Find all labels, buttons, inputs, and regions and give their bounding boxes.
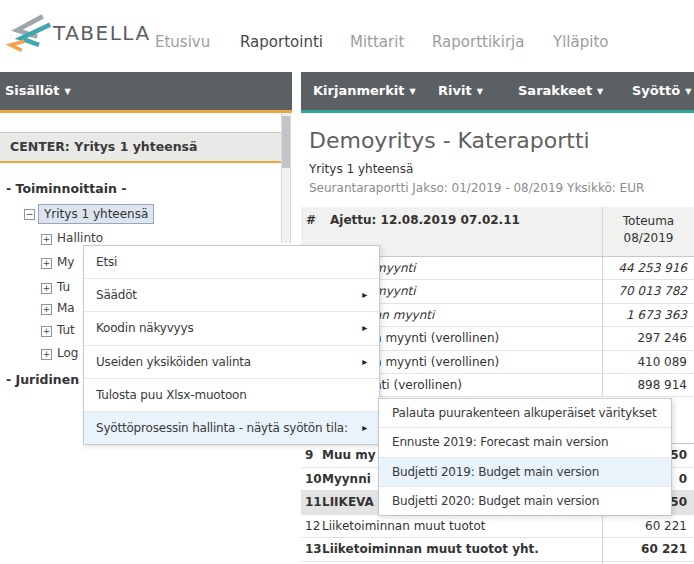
report-toolbar: Kirjanmerkit▼ Rivit▼ Sarakkeet▼ Syöttö▼	[301, 72, 694, 110]
chevron-down-icon: ▼	[597, 87, 603, 96]
table-row[interactable]: 12 Liiketoiminnan muut tuotot 60 221	[301, 515, 694, 539]
expand-icon[interactable]: +	[41, 326, 52, 337]
expand-icon[interactable]: +	[41, 234, 52, 245]
sarakkeet-dropdown[interactable]: Sarakkeet▼	[518, 72, 603, 110]
kirjanmerkit-dropdown[interactable]: Kirjanmerkit▼	[313, 72, 416, 110]
tabella-app: TABELLA Etusivu Raportointi Mittarit Rap…	[0, 0, 694, 564]
menu-item-useiden-yksikoiden-valinta[interactable]: Useiden yksiköiden valinta ▸	[84, 345, 379, 378]
submenu-item-ennuste-2019[interactable]: Ennuste 2019: Forecast main version	[379, 427, 671, 456]
sisallot-dropdown[interactable]: Sisällöt▼	[5, 72, 71, 110]
chevron-down-icon: ▼	[410, 87, 416, 96]
tree-group-toiminnoittain[interactable]: - Toiminnoittain -	[6, 181, 126, 196]
center-selection-row[interactable]: CENTER: Yritys 1 yhteensä	[0, 132, 281, 163]
syotto-dropdown[interactable]: Syöttö▼	[632, 72, 691, 110]
chevron-down-icon: ▼	[64, 87, 70, 96]
menu-item-etsi[interactable]: Etsi	[84, 246, 379, 278]
sidebar-scrollbar-thumb[interactable]	[282, 116, 290, 168]
page-title: Demoyritys - Kateraportti	[309, 128, 590, 153]
submenu-arrow-icon: ▸	[362, 412, 367, 444]
submenu-item-palauta-varitykset[interactable]: Palauta puurakenteen alkuperäiset värity…	[379, 399, 671, 427]
tree-node-child[interactable]: My	[57, 255, 74, 269]
submenu-arrow-icon: ▸	[362, 312, 367, 344]
toolbar-accent-line	[301, 110, 694, 113]
nav-etusivu[interactable]: Etusivu	[155, 33, 210, 51]
menu-item-syottoprosessin-hallinta[interactable]: Syöttöprosessin hallinta - näytä syötön …	[84, 411, 379, 444]
column-header-toteuma: Toteuma 08/2019	[602, 207, 694, 256]
submenu-item-budjetti-2019[interactable]: Budjetti 2019: Budget main version	[379, 457, 671, 486]
expand-icon[interactable]: +	[41, 283, 52, 294]
chevron-down-icon: ▼	[477, 87, 483, 96]
menu-item-saadot[interactable]: Säädöt ▸	[84, 278, 379, 311]
tree-node-hallinto[interactable]: Hallinto	[57, 231, 103, 245]
submenu-arrow-icon: ▸	[362, 346, 367, 378]
tree-node-child[interactable]: Log	[57, 346, 78, 360]
column-header-number: #	[306, 213, 316, 227]
tree-node-child[interactable]: Tu	[57, 280, 70, 294]
menu-item-tulosta-puu[interactable]: Tulosta puu Xlsx-muotoon	[84, 378, 379, 411]
tree-node-yritys-1-yhteensa[interactable]: Yritys 1 yhteensä	[38, 204, 154, 224]
sidebar-header-bar: Sisällöt▼	[0, 72, 292, 110]
tree-group-juridinen[interactable]: - Juridinen	[6, 372, 79, 387]
sidebar-accent-line	[0, 110, 292, 113]
collapse-icon[interactable]: −	[24, 209, 35, 220]
logo-text[interactable]: TABELLA	[53, 21, 151, 45]
tree-node-child[interactable]: Ma	[57, 301, 75, 315]
nav-raporttikirja[interactable]: Raporttikirja	[432, 33, 524, 51]
tabella-logo-icon	[6, 11, 52, 53]
nav-raportointi[interactable]: Raportointi	[240, 33, 323, 51]
expand-icon[interactable]: +	[41, 349, 52, 360]
menu-item-koodin-nakyvyys[interactable]: Koodin näkyvyys ▸	[84, 311, 379, 344]
tree-context-menu: Etsi Säädöt ▸ Koodin näkyvyys ▸ Useiden …	[83, 245, 380, 445]
top-header: TABELLA Etusivu Raportointi Mittarit Rap…	[0, 0, 694, 72]
column-header-run-timestamp: Ajettu: 12.08.2019 07.02.11	[330, 213, 520, 227]
submenu-item-budjetti-2020[interactable]: Budjetti 2020: Budget main version	[379, 486, 671, 515]
tree-node-child[interactable]: Tut	[57, 323, 75, 337]
nav-mittarit[interactable]: Mittarit	[350, 33, 404, 51]
expand-icon[interactable]: +	[41, 304, 52, 315]
expand-icon[interactable]: +	[41, 258, 52, 269]
report-meta: Seurantaraportti Jakso: 01/2019 - 08/201…	[309, 181, 644, 195]
report-subtitle: Yritys 1 yhteensä	[309, 162, 413, 176]
submenu-arrow-icon: ▸	[362, 279, 367, 311]
nav-yllapito[interactable]: Ylläpito	[553, 33, 608, 51]
chevron-down-icon: ▼	[685, 87, 691, 96]
table-row[interactable]: 13 Liiketoiminnan muut tuotot yht. 60 22…	[301, 538, 694, 562]
rivit-dropdown[interactable]: Rivit▼	[438, 72, 483, 110]
syotto-submenu: Palauta puurakenteen alkuperäiset värity…	[378, 398, 672, 516]
